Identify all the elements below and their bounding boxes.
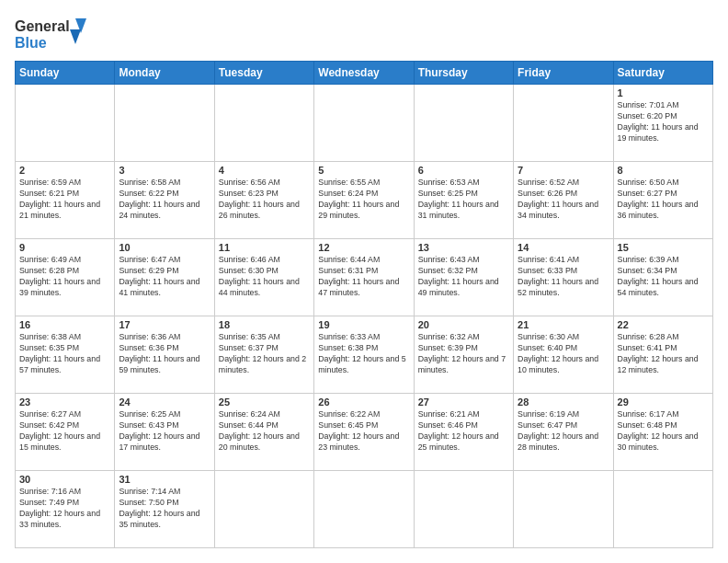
calendar-cell: 11Sunrise: 6:46 AM Sunset: 6:30 PM Dayli… bbox=[214, 239, 313, 316]
day-number: 29 bbox=[618, 396, 709, 408]
day-info: Sunrise: 6:28 AM Sunset: 6:41 PM Dayligh… bbox=[618, 332, 709, 376]
day-info: Sunrise: 6:33 AM Sunset: 6:38 PM Dayligh… bbox=[318, 332, 409, 376]
calendar-cell: 8Sunrise: 6:50 AM Sunset: 6:27 PM Daylig… bbox=[613, 162, 712, 239]
day-number: 5 bbox=[318, 165, 409, 176]
day-number: 2 bbox=[19, 165, 110, 176]
svg-text:General: General bbox=[15, 18, 70, 34]
week-row-6: 30Sunrise: 7:16 AM Sunset: 7:49 PM Dayli… bbox=[16, 471, 713, 548]
calendar-cell bbox=[214, 85, 313, 162]
calendar-cell: 12Sunrise: 6:44 AM Sunset: 6:31 PM Dayli… bbox=[314, 239, 414, 316]
day-info: Sunrise: 6:19 AM Sunset: 6:47 PM Dayligh… bbox=[518, 409, 609, 454]
day-number: 15 bbox=[618, 242, 709, 253]
day-number: 17 bbox=[119, 319, 210, 330]
calendar-cell bbox=[214, 471, 313, 548]
calendar-cell: 22Sunrise: 6:28 AM Sunset: 6:41 PM Dayli… bbox=[613, 316, 712, 394]
day-info: Sunrise: 6:46 AM Sunset: 6:30 PM Dayligh… bbox=[219, 255, 310, 299]
calendar-cell: 15Sunrise: 6:39 AM Sunset: 6:34 PM Dayli… bbox=[613, 239, 712, 316]
week-row-1: 1Sunrise: 7:01 AM Sunset: 6:20 PM Daylig… bbox=[16, 85, 713, 162]
day-info: Sunrise: 6:47 AM Sunset: 6:29 PM Dayligh… bbox=[119, 255, 210, 299]
day-number: 10 bbox=[119, 242, 210, 253]
day-number: 28 bbox=[518, 396, 609, 408]
day-number: 14 bbox=[518, 242, 609, 253]
day-info: Sunrise: 6:21 AM Sunset: 6:46 PM Dayligh… bbox=[418, 409, 509, 454]
logo: GeneralBlue bbox=[15, 15, 88, 53]
calendar-body: 1Sunrise: 7:01 AM Sunset: 6:20 PM Daylig… bbox=[16, 85, 713, 548]
calendar-cell: 29Sunrise: 6:17 AM Sunset: 6:48 PM Dayli… bbox=[613, 394, 712, 471]
calendar-cell: 31Sunrise: 7:14 AM Sunset: 7:50 PM Dayli… bbox=[115, 471, 214, 548]
calendar-cell bbox=[414, 85, 513, 162]
day-info: Sunrise: 6:32 AM Sunset: 6:39 PM Dayligh… bbox=[418, 332, 509, 376]
day-info: Sunrise: 6:17 AM Sunset: 6:48 PM Dayligh… bbox=[618, 409, 709, 454]
calendar-cell: 24Sunrise: 6:25 AM Sunset: 6:43 PM Dayli… bbox=[115, 394, 214, 471]
weekday-saturday: Saturday bbox=[613, 62, 712, 85]
day-info: Sunrise: 6:59 AM Sunset: 6:21 PM Dayligh… bbox=[19, 178, 110, 222]
day-number: 16 bbox=[19, 319, 110, 330]
day-info: Sunrise: 6:41 AM Sunset: 6:33 PM Dayligh… bbox=[518, 255, 609, 299]
day-number: 26 bbox=[318, 396, 409, 408]
day-number: 11 bbox=[219, 242, 310, 253]
calendar-cell: 14Sunrise: 6:41 AM Sunset: 6:33 PM Dayli… bbox=[514, 239, 613, 316]
weekday-thursday: Thursday bbox=[414, 62, 513, 85]
calendar-cell: 7Sunrise: 6:52 AM Sunset: 6:26 PM Daylig… bbox=[514, 162, 613, 239]
calendar-cell: 25Sunrise: 6:24 AM Sunset: 6:44 PM Dayli… bbox=[214, 394, 313, 471]
calendar-cell: 20Sunrise: 6:32 AM Sunset: 6:39 PM Dayli… bbox=[414, 316, 513, 394]
day-info: Sunrise: 6:39 AM Sunset: 6:34 PM Dayligh… bbox=[618, 255, 709, 299]
weekday-wednesday: Wednesday bbox=[314, 62, 414, 85]
day-info: Sunrise: 6:49 AM Sunset: 6:28 PM Dayligh… bbox=[19, 255, 110, 299]
calendar-cell bbox=[514, 85, 613, 162]
calendar-table: SundayMondayTuesdayWednesdayThursdayFrid… bbox=[15, 61, 713, 548]
weekday-monday: Monday bbox=[115, 62, 214, 85]
page: GeneralBlue SundayMondayTuesdayWednesday… bbox=[0, 0, 728, 563]
day-number: 20 bbox=[418, 319, 509, 330]
day-number: 18 bbox=[219, 319, 310, 330]
day-info: Sunrise: 6:25 AM Sunset: 6:43 PM Dayligh… bbox=[119, 409, 210, 454]
calendar-cell: 30Sunrise: 7:16 AM Sunset: 7:49 PM Dayli… bbox=[16, 471, 115, 548]
day-number: 23 bbox=[19, 396, 110, 408]
calendar-cell bbox=[115, 85, 214, 162]
day-number: 24 bbox=[119, 396, 210, 408]
day-number: 12 bbox=[318, 242, 409, 253]
weekday-tuesday: Tuesday bbox=[214, 62, 313, 85]
day-info: Sunrise: 6:50 AM Sunset: 6:27 PM Dayligh… bbox=[618, 178, 709, 222]
day-number: 3 bbox=[119, 165, 210, 176]
svg-text:Blue: Blue bbox=[15, 35, 47, 51]
calendar-cell bbox=[16, 85, 115, 162]
calendar-cell bbox=[514, 471, 613, 548]
day-info: Sunrise: 6:55 AM Sunset: 6:24 PM Dayligh… bbox=[318, 178, 409, 222]
day-info: Sunrise: 7:16 AM Sunset: 7:49 PM Dayligh… bbox=[19, 487, 110, 531]
day-info: Sunrise: 6:30 AM Sunset: 6:40 PM Dayligh… bbox=[518, 332, 609, 376]
calendar-cell bbox=[613, 471, 712, 548]
weekday-sunday: Sunday bbox=[16, 62, 115, 85]
week-row-5: 23Sunrise: 6:27 AM Sunset: 6:42 PM Dayli… bbox=[16, 394, 713, 471]
day-info: Sunrise: 6:22 AM Sunset: 6:45 PM Dayligh… bbox=[318, 409, 409, 454]
calendar-cell: 19Sunrise: 6:33 AM Sunset: 6:38 PM Dayli… bbox=[314, 316, 414, 394]
week-row-3: 9Sunrise: 6:49 AM Sunset: 6:28 PM Daylig… bbox=[16, 239, 713, 316]
calendar-cell: 17Sunrise: 6:36 AM Sunset: 6:36 PM Dayli… bbox=[115, 316, 214, 394]
day-number: 13 bbox=[418, 242, 509, 253]
calendar-cell: 26Sunrise: 6:22 AM Sunset: 6:45 PM Dayli… bbox=[314, 394, 414, 471]
day-info: Sunrise: 6:52 AM Sunset: 6:26 PM Dayligh… bbox=[518, 178, 609, 222]
day-info: Sunrise: 6:58 AM Sunset: 6:22 PM Dayligh… bbox=[119, 178, 210, 222]
calendar-cell: 21Sunrise: 6:30 AM Sunset: 6:40 PM Dayli… bbox=[514, 316, 613, 394]
day-number: 4 bbox=[219, 165, 310, 176]
calendar-cell: 5Sunrise: 6:55 AM Sunset: 6:24 PM Daylig… bbox=[314, 162, 414, 239]
day-info: Sunrise: 6:43 AM Sunset: 6:32 PM Dayligh… bbox=[418, 255, 509, 299]
day-info: Sunrise: 6:44 AM Sunset: 6:31 PM Dayligh… bbox=[318, 255, 409, 299]
calendar-cell: 4Sunrise: 6:56 AM Sunset: 6:23 PM Daylig… bbox=[214, 162, 313, 239]
calendar-cell: 13Sunrise: 6:43 AM Sunset: 6:32 PM Dayli… bbox=[414, 239, 513, 316]
day-number: 8 bbox=[618, 165, 709, 176]
day-info: Sunrise: 7:14 AM Sunset: 7:50 PM Dayligh… bbox=[119, 487, 210, 531]
calendar-cell: 1Sunrise: 7:01 AM Sunset: 6:20 PM Daylig… bbox=[613, 85, 712, 162]
day-info: Sunrise: 6:24 AM Sunset: 6:44 PM Dayligh… bbox=[219, 409, 310, 454]
day-number: 31 bbox=[119, 474, 210, 485]
day-info: Sunrise: 6:56 AM Sunset: 6:23 PM Dayligh… bbox=[219, 178, 310, 222]
day-number: 1 bbox=[618, 87, 709, 98]
day-number: 22 bbox=[618, 319, 709, 330]
day-number: 9 bbox=[19, 242, 110, 253]
header: GeneralBlue bbox=[15, 15, 713, 53]
week-row-2: 2Sunrise: 6:59 AM Sunset: 6:21 PM Daylig… bbox=[16, 162, 713, 239]
day-number: 6 bbox=[418, 165, 509, 176]
logo-svg: GeneralBlue bbox=[15, 15, 88, 53]
svg-marker-3 bbox=[70, 29, 81, 44]
week-row-4: 16Sunrise: 6:38 AM Sunset: 6:35 PM Dayli… bbox=[16, 316, 713, 394]
